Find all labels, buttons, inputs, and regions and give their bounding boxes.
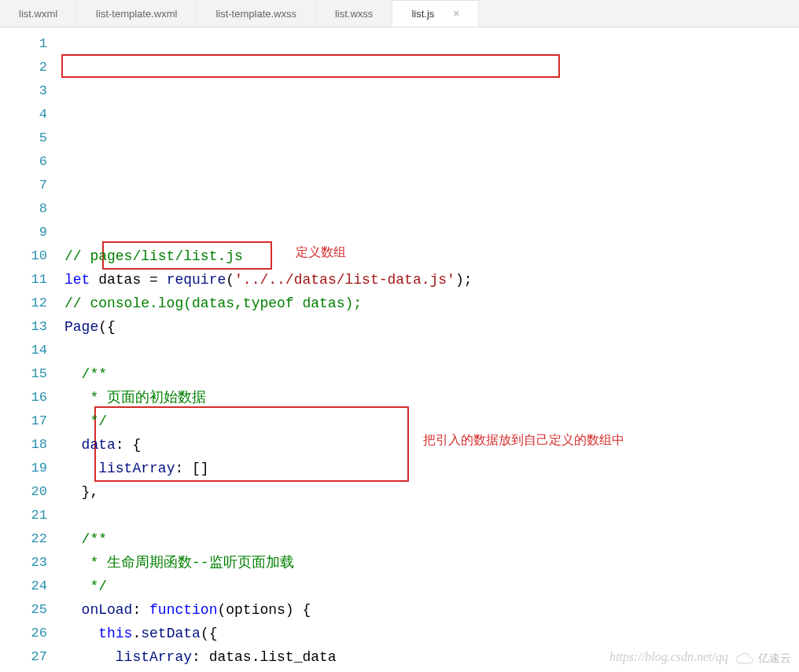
line-number: 19: [0, 457, 64, 480]
line-number: 9: [0, 221, 64, 244]
line-gutter: 1234567891011121314151617181920212223242…: [0, 28, 64, 672]
logo-badge: 亿速云: [735, 652, 791, 666]
tab-list-js[interactable]: list.js×: [392, 0, 479, 27]
code-area[interactable]: 定义数组 把引入的数据放到自己定义的数组中 // pages/list/list…: [64, 28, 799, 672]
line-number: 7: [0, 174, 64, 197]
line-number: 4: [0, 103, 64, 127]
line-number: 21: [0, 504, 64, 527]
line-number: 13: [0, 315, 64, 339]
line-number: 27: [0, 645, 64, 669]
code-line[interactable]: /**: [64, 527, 799, 551]
line-number: 3: [0, 79, 64, 103]
line-number: 10: [0, 244, 64, 268]
highlight-box-1: [61, 54, 560, 78]
watermark-text: https://blog.csdn.net/qq: [609, 650, 728, 664]
line-number: 22: [0, 527, 64, 551]
tab-list-template-wxss[interactable]: list-template.wxss: [197, 0, 316, 27]
cloud-icon: [735, 652, 755, 666]
tab-list-wxml[interactable]: list.wxml: [0, 0, 77, 27]
code-line[interactable]: onLoad: function(options) {: [64, 598, 799, 622]
code-line[interactable]: data: {: [64, 433, 799, 457]
code-line[interactable]: */: [64, 409, 799, 433]
line-number: 24: [0, 575, 64, 598]
code-line[interactable]: [64, 339, 799, 362]
code-line[interactable]: * 生命周期函数--监听页面加载: [64, 551, 799, 575]
code-line[interactable]: // console.log(datas,typeof datas);: [64, 292, 799, 315]
line-number: 14: [0, 339, 64, 362]
editor: 1234567891011121314151617181920212223242…: [0, 28, 799, 672]
line-number: 20: [0, 480, 64, 504]
line-number: 16: [0, 386, 64, 409]
code-line[interactable]: listArray: []: [64, 457, 799, 480]
line-number: 5: [0, 127, 64, 150]
line-number: 12: [0, 292, 64, 315]
code-line[interactable]: this.setData({: [64, 622, 799, 645]
code-line[interactable]: */: [64, 575, 799, 598]
code-line[interactable]: /**: [64, 362, 799, 386]
line-number: 15: [0, 362, 64, 386]
line-number: 1: [0, 32, 64, 56]
code-line[interactable]: },: [64, 480, 799, 504]
code-line[interactable]: }): [64, 669, 799, 672]
line-number: 25: [0, 598, 64, 622]
tab-list-template-wxml[interactable]: list-template.wxml: [77, 0, 197, 27]
code-line[interactable]: // pages/list/list.js: [64, 244, 799, 268]
close-icon[interactable]: ×: [453, 7, 459, 20]
tab-list-wxss[interactable]: list.wxss: [316, 0, 392, 27]
line-number: 2: [0, 56, 64, 79]
code-line[interactable]: [64, 504, 799, 527]
line-number: 23: [0, 551, 64, 575]
tabs-bar: list.wxml list-template.wxml list-templa…: [0, 0, 799, 28]
line-number: 26: [0, 622, 64, 645]
line-number: 11: [0, 268, 64, 292]
line-number: 17: [0, 409, 64, 433]
code-line[interactable]: let datas = require('../../datas/list-da…: [64, 268, 799, 292]
line-number: 18: [0, 433, 64, 457]
line-number: 6: [0, 150, 64, 174]
code-line[interactable]: Page({: [64, 315, 799, 339]
line-number: 8: [0, 197, 64, 221]
code-line[interactable]: * 页面的初始数据: [64, 386, 799, 409]
